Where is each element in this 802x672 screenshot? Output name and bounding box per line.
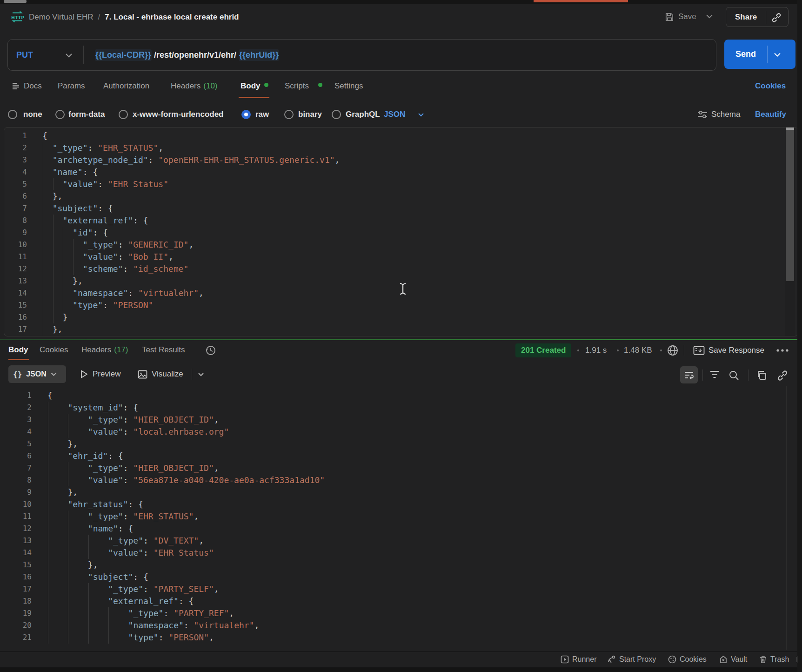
tab-scripts[interactable]: Scripts (285, 79, 309, 93)
radio-raw-label[interactable]: raw (255, 110, 269, 119)
response-active-tab-underline (8, 359, 29, 360)
beautify-button[interactable]: Beautify (755, 110, 786, 119)
wrap-text-icon (684, 370, 694, 380)
tab-body[interactable]: Body (241, 79, 261, 93)
url-path: /rest/openehr/v1/ehr/ (152, 50, 239, 60)
send-button[interactable]: Send (724, 40, 795, 69)
radio-binary[interactable] (284, 110, 294, 119)
url-input[interactable]: {{Local-CDR}} /rest/openehr/v1/ehr/ {{eh… (95, 40, 279, 70)
radio-none-label[interactable]: none (23, 110, 42, 119)
tab-headers[interactable]: Headers(10) (171, 79, 218, 93)
radio-urlencoded[interactable] (119, 110, 128, 119)
runner-label: Runner (572, 655, 596, 664)
tab-docs[interactable]: Docs (12, 79, 42, 93)
visualize-icon (138, 370, 147, 379)
response-tab-headers-count: (17) (114, 345, 128, 355)
code-line: 18"external_ref": { (0, 595, 802, 607)
visualize-button[interactable]: Visualize (138, 365, 183, 383)
url-variable-base: {{Local-CDR}} (95, 49, 152, 61)
visualize-chevron-icon[interactable] (197, 372, 205, 377)
pane-divider[interactable] (0, 339, 802, 340)
preview-button[interactable]: Preview (80, 365, 120, 383)
method-selector[interactable]: PUT (16, 40, 33, 70)
cookies-icon (668, 655, 676, 664)
request-editor-scrollbar-thumb[interactable] (786, 129, 794, 281)
radio-form-data[interactable] (55, 110, 65, 119)
radio-urlencoded-label[interactable]: x-www-form-urlencoded (133, 110, 224, 119)
copy-icon[interactable] (756, 370, 767, 381)
response-tab-body[interactable]: Body (8, 343, 28, 356)
cookies-button[interactable]: Cookies (668, 654, 707, 665)
response-tab-headers[interactable]: Headers(17) (81, 343, 128, 356)
network-icon[interactable] (667, 344, 679, 356)
schema-button[interactable]: Schema (697, 110, 740, 119)
cookies-link[interactable]: Cookies (755, 79, 786, 93)
start-proxy-icon (607, 655, 616, 664)
code-line: 3"archetype_node_id": "openEHR-EHR-EHR_S… (4, 154, 798, 166)
tab-body-label: Body (241, 81, 261, 91)
copy-link-icon[interactable] (771, 13, 782, 23)
code-line: 6"ehr_id": { (0, 450, 802, 462)
save-button[interactable]: Save (664, 11, 696, 22)
schema-label: Schema (711, 110, 740, 119)
response-tab-cookies[interactable]: Cookies (40, 343, 68, 356)
vault-icon (719, 655, 728, 664)
response-body-viewer[interactable]: 1{2"system_id": {3"_type": "HIER_OBJECT_… (0, 386, 802, 650)
send-label[interactable]: Send (724, 40, 767, 69)
docs-icon (12, 82, 20, 90)
share-button[interactable]: Share (735, 13, 757, 22)
save-response-button[interactable]: Save Response (693, 344, 764, 356)
radio-graphql[interactable] (332, 110, 341, 119)
tab-settings[interactable]: Settings (334, 79, 363, 93)
filter-icon[interactable] (709, 370, 720, 379)
format-chevron-icon[interactable] (417, 112, 425, 117)
code-line: 16} (4, 311, 798, 323)
vault-button[interactable]: Vault (719, 654, 747, 665)
code-line: 20"namespace": "virtualehr", (0, 619, 802, 632)
trash-button[interactable]: Trash (759, 654, 789, 665)
response-time[interactable]: 1.91 s (585, 343, 607, 357)
radio-none[interactable] (8, 110, 17, 119)
link-icon[interactable] (777, 370, 788, 381)
radio-form-data-label[interactable]: form-data (68, 110, 105, 119)
share-group[interactable]: Share (726, 7, 789, 27)
format-dropdown[interactable]: JSON (384, 110, 405, 119)
radio-binary-label[interactable]: binary (298, 110, 322, 119)
code-line: 5"value": "EHR Status" (4, 178, 798, 190)
braces-icon: {} (13, 370, 22, 379)
code-line: 9}, (0, 486, 802, 498)
code-line: 8"value": "56ea871e-a040-420e-ae0a-acf33… (0, 474, 802, 486)
runner-button[interactable]: Runner (561, 654, 596, 665)
response-tab-test-results[interactable]: Test Results (142, 343, 185, 356)
radio-raw[interactable] (241, 110, 251, 119)
tab-authorization[interactable]: Authorization (103, 79, 149, 93)
url-bar[interactable]: PUT {{Local-CDR}} /rest/openehr/v1/ehr/ … (7, 39, 716, 71)
preview-label: Preview (93, 370, 120, 379)
method-chevron-icon[interactable] (65, 53, 73, 58)
top-strip-fragment (4, 0, 27, 3)
preview-icon (80, 370, 88, 379)
code-line: 13"_type": "DV_TEXT", (0, 535, 802, 547)
start-proxy-button[interactable]: Start Proxy (607, 654, 656, 665)
tab-params[interactable]: Params (58, 79, 85, 93)
request-body-editor[interactable]: 1{2"_type": "EHR_STATUS",3"archetype_nod… (4, 127, 798, 336)
status-badge[interactable]: 201 Created (515, 343, 571, 357)
response-format-dropdown[interactable]: {} JSON (8, 365, 66, 383)
response-tab-test-results-label: Test Results (142, 345, 185, 355)
response-tab-cookies-label: Cookies (40, 345, 68, 355)
more-options-icon[interactable] (776, 349, 789, 352)
response-size[interactable]: 1.48 KB (624, 343, 652, 357)
response-scrollbar-track (786, 386, 787, 650)
status-dot (617, 349, 619, 351)
breadcrumb-collection[interactable]: Demo Virtual EHR (29, 13, 94, 22)
tab-headers-count: (10) (203, 81, 217, 91)
search-icon[interactable] (728, 370, 739, 381)
trash-icon (759, 655, 767, 664)
send-options-chevron[interactable] (773, 52, 782, 58)
toolbar-separator (748, 370, 749, 381)
code-line: 15}, (0, 559, 802, 571)
radio-graphql-label[interactable]: GraphQL (346, 110, 380, 119)
history-icon[interactable] (205, 344, 216, 356)
save-options-chevron[interactable] (705, 13, 714, 19)
wrap-text-button[interactable] (680, 366, 698, 383)
